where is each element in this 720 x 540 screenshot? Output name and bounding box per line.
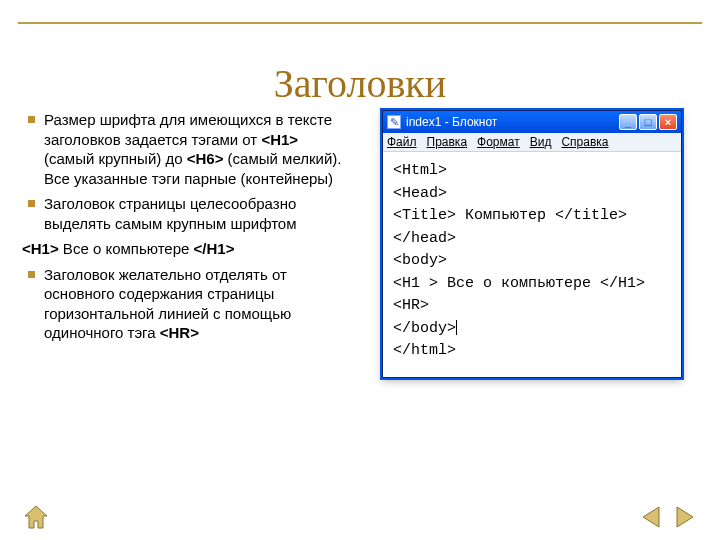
home-button[interactable] — [20, 502, 52, 532]
example-close-tag: </H1> — [194, 240, 235, 257]
prev-button[interactable] — [636, 502, 668, 532]
notepad-title: index1 - Блокнот — [406, 115, 619, 129]
menu-help[interactable]: Справка — [561, 135, 608, 149]
notepad-app-icon: ✎ — [387, 115, 401, 129]
content-area: Размер шрифта для имеющихся в тексте заг… — [22, 110, 698, 480]
code-line-6: <H1 > Все о компьютере </H1> — [393, 273, 671, 296]
screenshot-column: ✎ index1 - Блокнот _ □ × Файл Правка Фор… — [366, 110, 698, 480]
bullet-1-mid: (самый крупный) до — [44, 150, 187, 167]
next-button[interactable] — [668, 502, 700, 532]
bullet-1-tag2: <H6> — [187, 150, 224, 167]
svg-marker-0 — [25, 506, 47, 528]
arrow-left-icon — [639, 504, 665, 530]
svg-marker-2 — [677, 507, 693, 527]
code-line-9: </html> — [393, 340, 671, 363]
bullet-1: Размер шрифта для имеющихся в тексте заг… — [22, 110, 352, 188]
svg-marker-1 — [643, 507, 659, 527]
code-line-8: </body> — [393, 318, 671, 341]
arrow-right-icon — [671, 504, 697, 530]
notepad-titlebar: ✎ index1 - Блокнот _ □ × — [383, 111, 681, 133]
code-line-1: <Html> — [393, 160, 671, 183]
window-buttons: _ □ × — [619, 114, 677, 130]
house-icon — [22, 504, 50, 530]
maximize-button[interactable]: □ — [639, 114, 657, 130]
notepad-menu: Файл Правка Формат Вид Справка — [383, 133, 681, 152]
bullet-2: Заголовок страницы целесообразно выделят… — [22, 194, 352, 233]
example-text: Все о компьютере — [59, 240, 194, 257]
code-line-3: <Title> Компьютер </title> — [393, 205, 671, 228]
example-line: <H1> Все о компьютере </H1> — [22, 239, 352, 259]
text-column: Размер шрифта для имеющихся в тексте заг… — [22, 110, 352, 480]
minimize-button[interactable]: _ — [619, 114, 637, 130]
menu-file[interactable]: Файл — [387, 135, 417, 149]
menu-format[interactable]: Формат — [477, 135, 520, 149]
text-cursor — [456, 320, 457, 335]
example-open-tag: <H1> — [22, 240, 59, 257]
close-button[interactable]: × — [659, 114, 677, 130]
notepad-body[interactable]: <Html> <Head> <Title> Компьютер </title>… — [383, 152, 681, 377]
top-rule — [18, 22, 702, 24]
bullet-3-tag: <HR> — [160, 324, 199, 341]
code-line-2: <Head> — [393, 183, 671, 206]
notepad-window: ✎ index1 - Блокнот _ □ × Файл Правка Фор… — [382, 110, 682, 378]
slide-title: Заголовки — [0, 60, 720, 107]
code-line-7: <HR> — [393, 295, 671, 318]
bullet-1-tag1: <H1> — [261, 131, 298, 148]
menu-edit[interactable]: Правка — [427, 135, 468, 149]
bullet-3: Заголовок желательно отделять от основно… — [22, 265, 352, 343]
code-line-5: <body> — [393, 250, 671, 273]
code-line-4: </head> — [393, 228, 671, 251]
nav-bar — [20, 502, 700, 532]
menu-view[interactable]: Вид — [530, 135, 552, 149]
